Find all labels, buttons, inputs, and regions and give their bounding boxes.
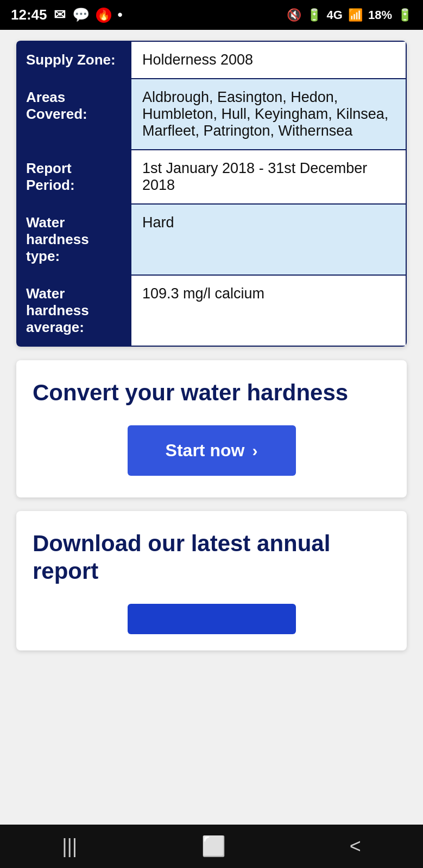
- battery-icon: 🔋: [397, 8, 412, 22]
- email-icon: ✉: [54, 7, 66, 23]
- message-icon: 💬: [72, 7, 90, 23]
- table-label-cell: Report Period:: [17, 150, 131, 204]
- time-display: 12:45: [11, 7, 47, 23]
- info-table: Supply Zone:Holderness 2008Areas Covered…: [16, 41, 407, 347]
- table-label-cell: Areas Covered:: [17, 79, 131, 150]
- menu-icon: |||: [62, 835, 77, 857]
- start-now-arrow-icon: ›: [252, 442, 257, 460]
- status-bar: 12:45 ✉ 💬 🔥 • 🔇 🔋 4G 📶 18% 🔋: [0, 0, 423, 30]
- table-value-cell: 109.3 mg/l calcium: [131, 275, 406, 346]
- table-label-cell: Water hardness average:: [17, 275, 131, 346]
- start-now-button[interactable]: Start now ›: [128, 425, 296, 476]
- download-section: Download our latest annual report: [16, 511, 407, 650]
- table-row: Areas Covered:Aldbrough, Easington, Hedo…: [17, 79, 406, 150]
- dot-icon: •: [118, 7, 123, 23]
- status-right: 🔇 🔋 4G 📶 18% 🔋: [287, 8, 412, 22]
- info-card: Supply Zone:Holderness 2008Areas Covered…: [16, 41, 407, 347]
- home-icon: ⬜: [201, 835, 226, 857]
- table-row: Water hardness average:109.3 mg/l calciu…: [17, 275, 406, 346]
- table-row: Water hardness type:Hard: [17, 204, 406, 275]
- table-value-cell: Hard: [131, 204, 406, 275]
- download-button[interactable]: [128, 604, 296, 634]
- fire-icon: 🔥: [96, 8, 111, 23]
- table-label-cell: Water hardness type:: [17, 204, 131, 275]
- status-left: 12:45 ✉ 💬 🔥 •: [11, 7, 123, 23]
- convert-section: Convert your water hardness Start now ›: [16, 360, 407, 497]
- main-content: Supply Zone:Holderness 2008Areas Covered…: [0, 30, 423, 675]
- table-value-cell: Aldbrough, Easington, Hedon, Humbleton, …: [131, 79, 406, 150]
- table-value-cell: Holderness 2008: [131, 41, 406, 79]
- nav-menu-button[interactable]: |||: [62, 835, 77, 858]
- back-icon: <: [350, 835, 361, 857]
- start-now-label: Start now: [166, 441, 245, 461]
- convert-title: Convert your water hardness: [33, 379, 390, 406]
- download-title: Download our latest annual report: [33, 530, 390, 585]
- table-label-cell: Supply Zone:: [17, 41, 131, 79]
- battery-label: 18%: [368, 8, 392, 22]
- signal-icon: 📶: [348, 8, 363, 22]
- nav-back-button[interactable]: <: [350, 835, 361, 858]
- table-row: Report Period:1st January 2018 - 31st De…: [17, 150, 406, 204]
- battery-save-icon: 🔋: [307, 8, 321, 22]
- mute-icon: 🔇: [287, 8, 301, 22]
- network-label: 4G: [327, 8, 343, 22]
- nav-home-button[interactable]: ⬜: [201, 835, 226, 858]
- table-row: Supply Zone:Holderness 2008: [17, 41, 406, 79]
- table-value-cell: 1st January 2018 - 31st December 2018: [131, 150, 406, 204]
- bottom-nav: ||| ⬜ <: [0, 825, 423, 868]
